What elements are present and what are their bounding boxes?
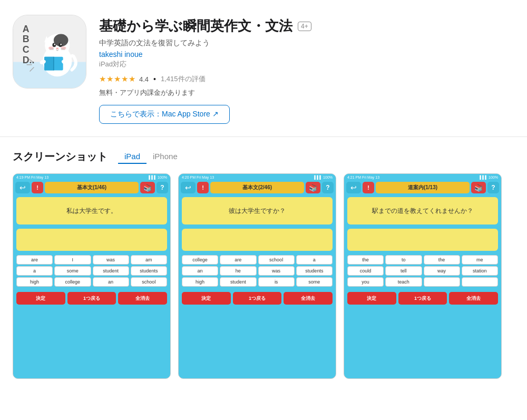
alert-btn-3[interactable]: ! xyxy=(363,182,374,193)
word-btn[interactable]: teach xyxy=(385,277,422,287)
svg-rect-24 xyxy=(44,57,54,71)
word-btn[interactable]: he xyxy=(220,266,256,276)
q-btn-3[interactable]: ? xyxy=(487,182,499,193)
word-btn[interactable]: to xyxy=(385,255,422,265)
screenshot-2: 4:20 PM Fri May 13 ▌▌▌ 100% ↩ ! 基本文(2/46… xyxy=(178,173,336,379)
word-btn[interactable]: some xyxy=(54,266,91,276)
status-bar-1: 4:19 PM Fri May 13 ▌▌▌ 100% xyxy=(13,174,170,180)
word-btn[interactable]: students xyxy=(296,266,333,276)
tab-iphone[interactable]: iPhone xyxy=(147,150,184,164)
word-btn[interactable]: way xyxy=(424,266,460,276)
word-btn xyxy=(424,277,460,287)
decide-btn-3[interactable]: 決定 xyxy=(347,292,396,305)
word-btn[interactable]: was xyxy=(258,266,295,276)
status-bar-2: 4:20 PM Fri May 13 ▌▌▌ 100% xyxy=(179,174,336,180)
app-subtitle: 中学英語の文法を復習してみよう xyxy=(99,38,514,48)
screenshots-row: 4:19 PM Fri May 13 ▌▌▌ 100% ↩ ! 基本文(1/46… xyxy=(13,173,514,379)
back-btn-3[interactable]: ↩ xyxy=(346,182,361,193)
clear-btn-3[interactable]: 全消去 xyxy=(449,292,498,305)
app-icon: A B C D.. xyxy=(13,15,86,89)
age-badge: 4+ xyxy=(298,22,311,31)
word-btn[interactable]: high xyxy=(182,277,218,287)
topbar-3: ↩ ! 道案内(1/13) 📚 ? xyxy=(344,180,501,195)
topbar-2: ↩ ! 基本文(2/46) 📚 ? xyxy=(179,180,336,195)
word-btn[interactable]: is xyxy=(258,277,295,287)
q-btn-2[interactable]: ? xyxy=(322,182,334,193)
word-btn[interactable]: student xyxy=(220,277,256,287)
tab-group: iPad iPhone xyxy=(118,150,184,164)
mac-store-button[interactable]: こちらで表示：Mac App Store ↗ xyxy=(99,105,230,124)
word-btn[interactable]: students xyxy=(131,266,167,276)
word-btn[interactable]: the xyxy=(347,255,384,265)
word-btn[interactable]: school xyxy=(131,277,167,287)
tab-ipad[interactable]: iPad xyxy=(118,150,147,164)
word-btn[interactable]: are xyxy=(16,255,53,265)
word-btn[interactable]: I xyxy=(54,255,91,265)
title-box-2: 基本文(2/46) xyxy=(210,182,304,193)
word-btn[interactable]: high xyxy=(16,277,53,287)
word-btn[interactable]: college xyxy=(54,277,91,287)
svg-point-18 xyxy=(56,48,58,50)
app-header: A B C D.. xyxy=(0,0,527,137)
app-title: 基礎から学ぶ瞬間英作文・文法 xyxy=(99,17,292,35)
word-btn[interactable]: tell xyxy=(385,266,422,276)
status-right-1: ▌▌▌ 100% xyxy=(149,175,167,179)
word-btn[interactable]: school xyxy=(258,255,295,265)
screenshot-1: 4:19 PM Fri May 13 ▌▌▌ 100% ↩ ! 基本文(1/46… xyxy=(13,173,171,379)
screenshots-section: スクリーンショット iPad iPhone 4:19 PM Fri May 13… xyxy=(0,137,527,387)
back1-btn-3[interactable]: 1つ戻る xyxy=(398,292,447,305)
back-btn-1[interactable]: ↩ xyxy=(15,182,30,193)
decide-btn-2[interactable]: 決定 xyxy=(182,292,231,305)
book-btn-1[interactable]: 📚 xyxy=(140,182,155,193)
alert-btn-2[interactable]: ! xyxy=(197,182,209,193)
q-btn-1[interactable]: ? xyxy=(157,182,168,193)
title-box-1: 基本文(1/46) xyxy=(45,182,139,193)
screenshots-title: スクリーンショット xyxy=(13,150,108,164)
book-btn-2[interactable]: 📚 xyxy=(306,182,320,193)
bottom-btns-1: 決定 1つ戻る 全消去 xyxy=(16,292,167,305)
clear-btn-2[interactable]: 全消去 xyxy=(284,292,333,305)
rating-count: 1,415件の評価 xyxy=(161,74,206,84)
word-btn[interactable]: station xyxy=(462,266,498,276)
back-btn-2[interactable]: ↩ xyxy=(181,182,196,193)
answer-area-1 xyxy=(16,229,167,251)
svg-text:C: C xyxy=(23,44,30,55)
status-left-3: 4:21 PM Fri May 13 xyxy=(347,175,379,179)
bottom-btns-2: 決定 1つ戻る 全消去 xyxy=(182,292,333,305)
svg-point-15 xyxy=(61,44,62,45)
answer-area-3 xyxy=(347,229,498,251)
word-btn[interactable]: student xyxy=(93,266,129,276)
status-left-1: 4:19 PM Fri May 13 xyxy=(16,175,48,179)
alert-btn-1[interactable]: ! xyxy=(32,182,43,193)
word-btn[interactable]: a xyxy=(296,255,333,265)
word-btn[interactable]: are xyxy=(220,255,256,265)
app-developer[interactable]: takeshi inoue xyxy=(99,50,514,58)
status-bar-3: 4:21 PM Fri May 13 ▌▌▌ 100% xyxy=(344,174,501,180)
word-btn[interactable]: some xyxy=(296,277,333,287)
answer-area-2 xyxy=(182,229,333,251)
bottom-btns-3: 決定 1つ戻る 全消去 xyxy=(347,292,498,305)
rating-value: 4.4 xyxy=(139,75,149,83)
decide-btn-1[interactable]: 決定 xyxy=(16,292,65,305)
back1-btn-2[interactable]: 1つ戻る xyxy=(233,292,282,305)
word-btn[interactable]: a xyxy=(16,266,53,276)
app-info: 基礎から学ぶ瞬間英作文・文法 4+ 中学英語の文法を復習してみよう takesh… xyxy=(99,15,514,124)
word-btn[interactable]: an xyxy=(93,277,129,287)
word-btn[interactable]: college xyxy=(182,255,218,265)
status-right-3: ▌▌▌ 100% xyxy=(480,175,498,179)
status-right-2: ▌▌▌ 100% xyxy=(314,175,333,179)
word-btn[interactable]: an xyxy=(182,266,218,276)
question-area-2: 彼は大学生ですか？ xyxy=(182,197,333,224)
word-btn[interactable]: the xyxy=(424,255,460,265)
clear-btn-1[interactable]: 全消去 xyxy=(118,292,167,305)
status-left-2: 4:20 PM Fri May 13 xyxy=(182,175,214,179)
word-btn[interactable]: me xyxy=(462,255,498,265)
word-btn[interactable]: was xyxy=(93,255,129,265)
words-grid-1: are I was am a some student students hig… xyxy=(16,255,167,287)
word-btn[interactable]: am xyxy=(131,255,167,265)
svg-point-14 xyxy=(54,44,55,45)
word-btn[interactable]: could xyxy=(347,266,384,276)
word-btn[interactable]: you xyxy=(347,277,384,287)
book-btn-3[interactable]: 📚 xyxy=(471,182,486,193)
back1-btn-1[interactable]: 1つ戻る xyxy=(67,292,116,305)
